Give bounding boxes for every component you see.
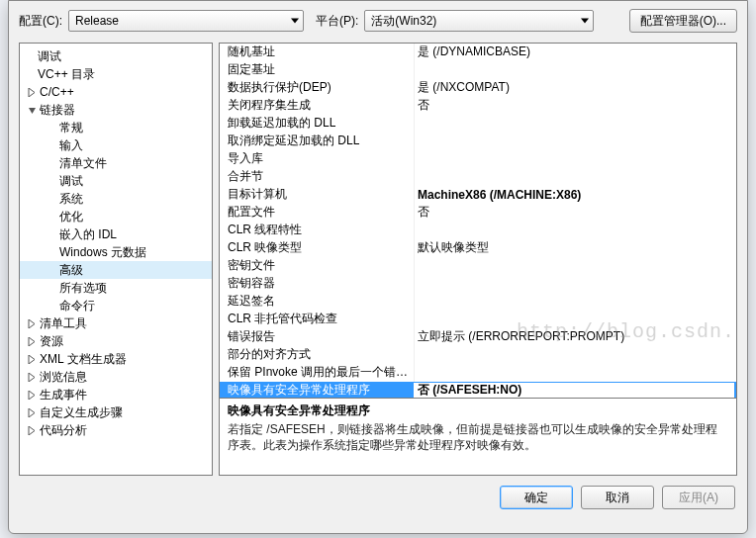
tree-item-label: 系统 [59, 191, 83, 208]
tree-item[interactable]: 优化 [20, 208, 212, 225]
triangle-right-icon[interactable] [26, 317, 38, 329]
description-text: 若指定 /SAFESEH，则链接器将生成映像，但前提是链接器也可以生成映像的安全… [228, 421, 728, 453]
property-value[interactable]: 否 (/SAFESEH:NO) [414, 383, 734, 399]
triangle-right-icon[interactable] [26, 86, 38, 98]
tree-item[interactable]: 清单工具 [20, 314, 212, 332]
property-name: 导入库 [220, 150, 414, 167]
tree-item-label: 常规 [59, 120, 83, 136]
property-pages-dialog: 配置(C): Release 平台(P): 活动(Win32) 配置管理器(O)… [8, 0, 748, 534]
property-name: 映像具有安全异常处理程序 [220, 382, 414, 398]
property-row[interactable]: 密钥容器 [220, 275, 736, 293]
tree-item[interactable]: 嵌入的 IDL [20, 225, 212, 243]
property-value[interactable]: 是 (/DYNAMICBASE) [414, 44, 736, 60]
property-value[interactable]: 默认映像类型 [414, 239, 736, 256]
nav-tree[interactable]: 调试VC++ 目录C/C++链接器常规输入清单文件调试系统优化嵌入的 IDLWi… [19, 43, 213, 476]
dialog-footer: 确定 取消 应用(A) [9, 476, 747, 519]
tree-item[interactable]: 输入 [20, 136, 212, 154]
property-name: 错误报告 [220, 328, 414, 345]
tree-item[interactable]: 调试 [20, 172, 212, 190]
topbar: 配置(C): Release 平台(P): 活动(Win32) 配置管理器(O)… [9, 1, 747, 43]
property-name: 数据执行保护(DEP) [220, 79, 414, 96]
property-value[interactable]: MachineX86 (/MACHINE:X86) [414, 188, 736, 202]
property-name: 目标计算机 [220, 186, 414, 203]
platform-value: 活动(Win32) [371, 13, 436, 30]
property-value[interactable]: 否 [414, 204, 736, 221]
property-name: 密钥容器 [220, 275, 414, 292]
property-row[interactable]: 部分的对齐方式 [220, 346, 736, 364]
tree-item[interactable]: 命令行 [20, 297, 212, 314]
property-row[interactable]: 数据执行保护(DEP)是 (/NXCOMPAT) [220, 79, 736, 97]
property-row[interactable]: CLR 线程特性 [220, 222, 736, 239]
triangle-right-icon[interactable] [26, 353, 38, 365]
tree-item[interactable]: Windows 元数据 [20, 243, 212, 261]
property-row[interactable]: 随机基址是 (/DYNAMICBASE) [220, 44, 736, 61]
property-row[interactable]: 导入库 [220, 150, 736, 168]
property-row[interactable]: 错误报告立即提示 (/ERRORREPORT:PROMPT) [220, 328, 736, 346]
triangle-right-icon[interactable] [26, 406, 38, 418]
platform-label: 平台(P): [316, 13, 358, 30]
triangle-right-icon[interactable] [26, 424, 38, 436]
property-row[interactable]: 目标计算机MachineX86 (/MACHINE:X86) [220, 186, 736, 204]
property-row[interactable]: CLR 非托管代码检查 [220, 311, 736, 328]
tree-item-label: 浏览信息 [40, 369, 87, 386]
tree-item[interactable]: 系统 [20, 190, 212, 208]
triangle-down-icon[interactable] [26, 104, 38, 116]
property-row[interactable]: 密钥文件 [220, 257, 736, 275]
property-name: CLR 非托管代码检查 [220, 311, 414, 327]
property-name: 合并节 [220, 168, 414, 185]
tree-item[interactable]: 清单文件 [20, 154, 212, 172]
tree-item[interactable]: 高级 [20, 261, 212, 279]
property-row[interactable]: 延迟签名 [220, 293, 736, 311]
right-panel: 随机基址是 (/DYNAMICBASE)固定基址数据执行保护(DEP)是 (/N… [219, 43, 737, 476]
tree-item[interactable]: 链接器 [20, 101, 212, 119]
tree-item-label: 命令行 [59, 298, 95, 314]
chevron-down-icon [581, 19, 589, 24]
property-row[interactable]: 合并节 [220, 168, 736, 186]
property-value[interactable]: 立即提示 (/ERRORREPORT:PROMPT) [414, 328, 736, 345]
property-grid[interactable]: 随机基址是 (/DYNAMICBASE)固定基址数据执行保护(DEP)是 (/N… [219, 43, 737, 399]
tree-item[interactable]: 生成事件 [20, 386, 212, 404]
property-row[interactable]: 关闭程序集生成否 [220, 97, 736, 115]
property-row[interactable]: 取消绑定延迟加载的 DLL [220, 133, 736, 150]
ok-button[interactable]: 确定 [500, 486, 573, 509]
property-name: 密钥文件 [220, 257, 414, 274]
property-name: 关闭程序集生成 [220, 97, 414, 114]
tree-item[interactable]: 浏览信息 [20, 368, 212, 386]
apply-button[interactable]: 应用(A) [662, 486, 735, 509]
tree-item-label: 资源 [40, 333, 63, 350]
tree-item[interactable]: 调试 [20, 47, 212, 65]
tree-item[interactable]: 自定义生成步骤 [20, 404, 212, 421]
config-label: 配置(C): [19, 13, 62, 30]
property-row[interactable]: CLR 映像类型默认映像类型 [220, 239, 736, 257]
tree-item-label: 链接器 [40, 102, 75, 119]
config-combobox[interactable]: Release [68, 10, 304, 32]
tree-item[interactable]: 常规 [20, 119, 212, 136]
property-name: 部分的对齐方式 [220, 346, 414, 363]
platform-combobox[interactable]: 活动(Win32) [364, 10, 594, 32]
tree-item-label: 代码分析 [40, 422, 87, 439]
property-row[interactable]: 卸载延迟加载的 DLL [220, 115, 736, 133]
property-row[interactable]: 配置文件否 [220, 204, 736, 222]
tree-item[interactable]: 所有选项 [20, 279, 212, 297]
property-row[interactable]: 映像具有安全异常处理程序否 (/SAFESEH:NO) [220, 382, 736, 398]
triangle-right-icon[interactable] [26, 371, 38, 383]
property-value[interactable]: 否 [414, 97, 736, 114]
tree-item[interactable]: XML 文档生成器 [20, 350, 212, 368]
property-name: 随机基址 [220, 44, 414, 60]
tree-item[interactable]: 资源 [20, 332, 212, 350]
configuration-manager-button[interactable]: 配置管理器(O)... [629, 9, 737, 33]
property-name: 保留 PInvoke 调用的最后一个错误代 [220, 364, 414, 381]
tree-item-label: Windows 元数据 [59, 244, 146, 261]
triangle-right-icon[interactable] [26, 389, 38, 401]
property-value[interactable]: 是 (/NXCOMPAT) [414, 79, 736, 96]
tree-item[interactable]: 代码分析 [20, 421, 212, 439]
property-name: 固定基址 [220, 61, 414, 78]
cancel-button[interactable]: 取消 [581, 486, 654, 509]
property-row[interactable]: 固定基址 [220, 61, 736, 79]
property-row[interactable]: 保留 PInvoke 调用的最后一个错误代 [220, 364, 736, 382]
property-name: 延迟签名 [220, 293, 414, 310]
triangle-right-icon[interactable] [26, 335, 38, 347]
tree-item-label: C/C++ [40, 85, 74, 99]
tree-item[interactable]: C/C++ [20, 83, 212, 101]
tree-item[interactable]: VC++ 目录 [20, 65, 212, 83]
